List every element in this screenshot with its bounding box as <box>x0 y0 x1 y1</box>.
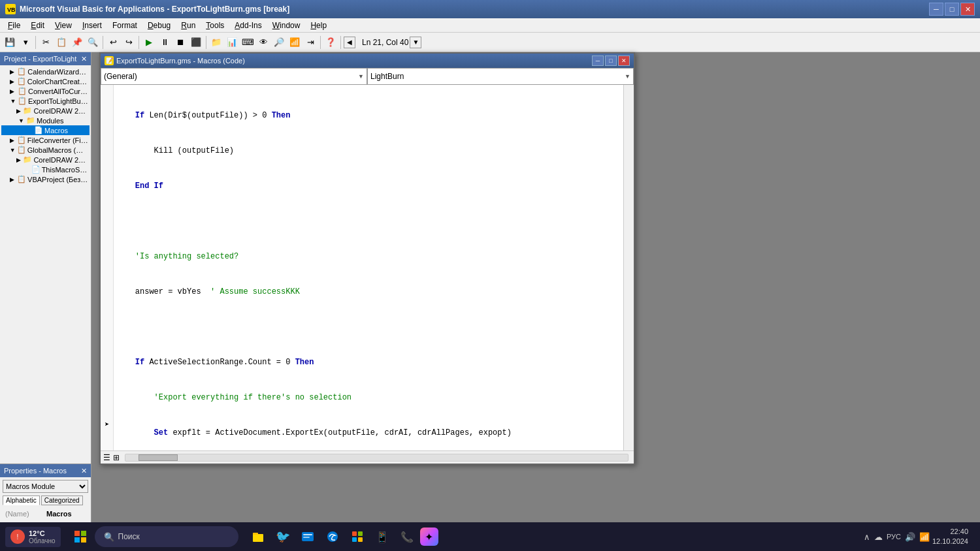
menu-file[interactable]: File <box>3 20 25 31</box>
volume-icon[interactable]: 🔊 <box>905 532 915 542</box>
taskbar-app7-icon[interactable]: ✦ <box>420 527 438 546</box>
expand-icon: ▶ <box>10 88 16 95</box>
tb-dropdown-btn[interactable]: ▾ <box>18 35 33 50</box>
tree-item-colorchartcreator[interactable]: ▶ 📋 ColorChartCreator (C <box>1 76 90 86</box>
taskbar-search[interactable]: 🔍 Поиск <box>95 526 238 547</box>
taskbar-clock[interactable]: 22:40 12.10.2024 <box>932 527 968 547</box>
code-area[interactable]: ➤ If Len(Dir$(outputFile)) > 0 Then Kill… <box>101 85 634 450</box>
code-editor: 📝 ExportToLightBurn.gms - Macros (Code) … <box>99 52 635 465</box>
taskbar-files-icon[interactable] <box>296 525 319 548</box>
wifi-icon[interactable]: 📶 <box>919 532 930 542</box>
tb-stack-btn[interactable]: 📶 <box>287 35 302 50</box>
svg-rect-2 <box>74 531 80 536</box>
tree-item-exporttolightburn[interactable]: ▼ 📋 ExportToLightBurn ( <box>1 96 90 106</box>
tb-design-btn[interactable]: ⬛ <box>189 35 203 50</box>
tree-item-modules[interactable]: ▼ 📁 Modules <box>1 116 90 125</box>
tb-help-btn[interactable]: ❓ <box>323 35 338 50</box>
tb-proj-btn[interactable]: 📁 <box>209 35 223 50</box>
menu-edit[interactable]: Edit <box>25 20 50 31</box>
code-minimize-btn[interactable]: ─ <box>592 55 604 66</box>
tab-categorized[interactable]: Categorized <box>41 496 83 505</box>
tb-status: Ln 21, Col 40 <box>362 38 408 47</box>
tb-cut-btn[interactable]: ✂ <box>39 35 53 50</box>
tb-copy-btn[interactable]: 📋 <box>54 35 69 50</box>
tb-break-btn[interactable]: ⏸ <box>157 35 172 50</box>
dropdown-lightburn[interactable]: LightBurn ▼ <box>367 68 634 85</box>
tb-loc-btn[interactable]: 🔎 <box>272 35 286 50</box>
tb-watch-btn[interactable]: 👁 <box>256 35 270 50</box>
tree-item-coreldraw1[interactable]: ▶ 📁 CorelDRAW 2024 O <box>1 106 90 116</box>
menu-window[interactable]: Window <box>267 20 306 31</box>
clock-time: 22:40 12.10.2024 <box>932 527 968 547</box>
props-row-name: (Name) Macros <box>4 509 87 518</box>
dropdown-general-arrow: ▼ <box>358 73 364 80</box>
start-button[interactable] <box>69 525 92 548</box>
tb-find-btn[interactable]: 🔍 <box>86 35 100 50</box>
tb-tabs-btn[interactable]: ⇥ <box>303 35 318 50</box>
tb-redo-btn[interactable]: ↪ <box>122 35 136 50</box>
tb-nav-left[interactable]: ◀ <box>344 37 355 48</box>
expand-tray-icon[interactable]: ∧ <box>864 532 870 542</box>
tb-sep2 <box>103 36 103 49</box>
taskbar-store-icon[interactable] <box>346 525 369 548</box>
tree-item-convertalltocurves[interactable]: ▶ 📋 ConvertAllToCurves <box>1 86 90 96</box>
network-icon[interactable]: ☁ <box>874 532 883 542</box>
dropdown-general[interactable]: (General) ▼ <box>101 68 367 85</box>
code-line-3: End If <box>116 180 621 192</box>
project-title-text: Project - ExportToLight <box>4 55 76 63</box>
menu-run[interactable]: Run <box>176 20 201 31</box>
tree-item-thismacrostorage[interactable]: 📄 ThisMacroStor... <box>1 165 90 174</box>
title-bar: VB Microsoft Visual Basic for Applicatio… <box>0 0 980 18</box>
tb-imm-btn[interactable]: ⌨ <box>240 35 255 50</box>
minimize-button[interactable]: ─ <box>929 3 943 16</box>
tab-alphabetic[interactable]: Alphabetic <box>3 496 40 505</box>
menu-format[interactable]: Format <box>107 20 142 31</box>
menu-view[interactable]: View <box>50 20 77 31</box>
folder-icon: 📁 <box>23 155 32 164</box>
vba-ide-window: VB Microsoft Visual Basic for Applicatio… <box>0 0 980 522</box>
view-proc-icon[interactable]: ⊞ <box>113 453 120 462</box>
props-dropdown[interactable]: Macros Module <box>3 480 88 493</box>
tree-item-coreldraw2[interactable]: ▶ 📁 CorelDRAW 2024 O <box>1 155 90 165</box>
tree-item-fileconverter[interactable]: ▶ 📋 FileConverter (FileCo <box>1 135 90 145</box>
project-tree[interactable]: ▶ 📋 CalendarWizard (Cal ▶ 📋 ColorChartCr… <box>0 65 91 464</box>
taskbar-phone-icon[interactable]: 📞 <box>395 525 419 548</box>
scroll-thumb[interactable] <box>139 454 178 461</box>
code-restore-btn[interactable]: □ <box>605 55 617 66</box>
tb-nav-right[interactable]: ▼ <box>410 37 421 48</box>
taskbar-app5-icon[interactable]: 📱 <box>370 525 394 548</box>
tree-item-macros[interactable]: 📄 Macros <box>1 125 90 135</box>
menu-tools[interactable]: Tools <box>201 20 229 31</box>
horizontal-scrollbar[interactable] <box>125 454 629 462</box>
props-close-btn[interactable]: ✕ <box>81 467 87 475</box>
menu-bar: File Edit View Insert Format Debug Run T… <box>0 18 980 33</box>
close-button[interactable]: ✕ <box>960 3 975 16</box>
taskbar-file-explorer[interactable] <box>246 525 270 548</box>
tree-item-calenderwizard[interactable]: ▶ 📋 CalendarWizard (Cal <box>1 67 90 76</box>
code-scrollbar[interactable] <box>623 85 634 450</box>
taskbar-corel-icon[interactable]: 🐦 <box>271 525 295 548</box>
menu-insert[interactable]: Insert <box>77 20 107 31</box>
restore-button[interactable]: □ <box>945 3 959 16</box>
menu-addins[interactable]: Add-Ins <box>229 20 267 31</box>
taskbar-edge-icon[interactable] <box>321 525 344 548</box>
code-content[interactable]: If Len(Dir$(outputFile)) > 0 Then Kill (… <box>114 85 623 450</box>
menu-help[interactable]: Help <box>305 20 332 31</box>
tb-run-btn[interactable]: ▶ <box>142 35 156 50</box>
title-bar-text: Microsoft Visual Basic for Applications … <box>20 5 925 14</box>
module-icon: 📋 <box>18 87 27 95</box>
tree-item-vbaproject[interactable]: ▶ 📋 VBAProject (Безымо <box>1 174 90 184</box>
code-close-btn[interactable]: ✕ <box>618 55 630 66</box>
expand-icon: ▶ <box>16 108 22 114</box>
tree-item-globalmacros[interactable]: ▼ 📋 GlobalMacros (Global <box>1 145 90 155</box>
tb-obj-btn[interactable]: 📊 <box>225 35 239 50</box>
tb-paste-btn[interactable]: 📌 <box>70 35 84 50</box>
tb-save-btn[interactable]: 💾 <box>3 35 17 50</box>
tb-reset-btn[interactable]: ⏹ <box>173 35 188 50</box>
code-title-buttons: ─ □ ✕ <box>592 55 630 66</box>
tb-undo-btn[interactable]: ↩ <box>106 35 120 50</box>
expand-icon: ▶ <box>16 157 22 163</box>
view-toggle-icon[interactable]: ☰ <box>103 453 110 462</box>
menu-debug[interactable]: Debug <box>142 20 176 31</box>
project-close-btn[interactable]: ✕ <box>81 55 87 63</box>
